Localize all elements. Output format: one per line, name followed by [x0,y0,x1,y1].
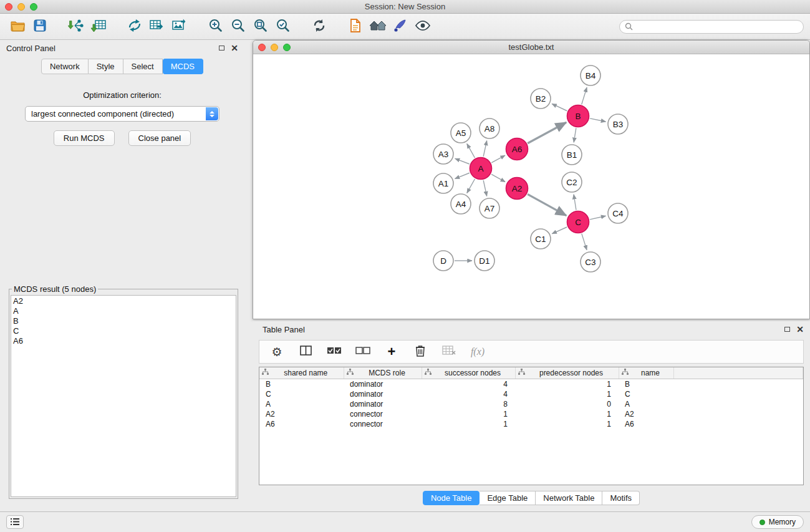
mcds-result-item[interactable]: A [13,306,234,316]
tab-mcds[interactable]: MCDS [163,59,203,74]
home-button[interactable] [367,17,389,37]
graph-node-A8[interactable]: A8 [480,118,499,138]
table-cell[interactable]: A2 [619,409,673,419]
graph-edge-A6-B[interactable] [528,122,566,143]
graph-node-A3[interactable]: A3 [433,144,453,164]
zoom-selected-button[interactable] [272,17,294,37]
export-image-button[interactable] [168,17,191,37]
table-cell[interactable]: C [259,389,344,399]
network-canvas[interactable]: B4B2BB3B1A5A8A6A3AA1A2C2A4A7CC4C1C3DD1 [253,54,809,319]
export-table-button[interactable] [146,17,168,37]
network-close-icon[interactable] [258,44,266,51]
table-cell[interactable]: 8 [422,399,515,409]
graph-edge-A-A2[interactable] [491,174,505,181]
criterion-select[interactable]: largest connected component (directed) [25,106,219,122]
network-minimize-icon[interactable] [271,44,278,51]
node-table-container[interactable]: shared nameMCDS rolesuccessor nodesprede… [259,367,804,485]
table-row[interactable]: Bdominator41B [259,379,803,390]
zoom-out-button[interactable] [227,17,249,37]
open-document-button[interactable] [344,17,367,37]
graph-node-C2[interactable]: C2 [562,172,582,192]
mcds-result-list[interactable]: A2ABCA6 [11,295,236,497]
delete-column-button[interactable] [413,343,428,360]
apply-layout-button[interactable] [308,17,330,37]
graph-node-A1[interactable]: A1 [433,173,453,193]
search-field[interactable] [619,20,804,34]
column-header-name[interactable]: name [619,367,673,379]
new-network-button[interactable] [123,17,146,37]
graph-node-C3[interactable]: C3 [581,252,600,272]
table-cell[interactable]: A6 [619,419,673,429]
add-column-button[interactable]: + [384,343,399,360]
network-graph[interactable]: B4B2BB3B1A5A8A6A3AA1A2C2A4A7CC4C1C3DD1 [253,54,809,319]
mcds-result-item[interactable]: A2 [13,296,234,306]
table-cell[interactable]: A [259,399,344,409]
graph-edge-C-C1[interactable] [552,227,567,234]
table-row[interactable]: Adominator80A [259,399,803,409]
graph-edge-A-A7[interactable] [483,180,487,196]
mcds-result-item[interactable]: B [13,316,234,326]
close-panel-icon[interactable]: ✕ [231,44,238,52]
import-table-button[interactable] [87,17,110,37]
show-hide-button[interactable] [412,17,434,37]
graph-node-B3[interactable]: B3 [608,114,628,134]
select-all-button[interactable] [327,343,342,360]
table-cell[interactable]: connector [344,419,422,429]
table-cell[interactable]: C [619,389,673,399]
column-header-successor-nodes[interactable]: successor nodes [422,367,515,379]
tab-network-table[interactable]: Network Table [536,491,602,505]
function-builder-button[interactable]: f(x) [470,343,485,360]
table-settings-button[interactable]: ⚙ [269,343,284,360]
delete-table-button[interactable] [441,343,456,360]
graph-edge-C-C3[interactable] [582,234,587,250]
import-network-button[interactable] [65,17,87,37]
column-header-predecessor-nodes[interactable]: predecessor nodes [515,367,619,379]
table-cell[interactable]: A2 [259,409,344,419]
float-panel-icon[interactable] [219,46,224,51]
mcds-result-item[interactable]: C [13,326,234,336]
table-cell[interactable]: B [259,379,344,390]
table-cell[interactable]: 1 [515,389,619,399]
close-window-icon[interactable] [5,3,12,11]
tab-node-table[interactable]: Node Table [423,491,480,505]
table-close-icon[interactable]: ✕ [796,325,804,334]
graph-edge-B-B4[interactable] [582,87,587,104]
graph-edge-B-B2[interactable] [552,104,567,110]
minimize-window-icon[interactable] [17,3,25,11]
memory-button[interactable]: Memory [751,515,804,529]
open-session-button[interactable] [6,17,29,37]
graph-node-B[interactable]: B [567,105,589,127]
graph-node-D1[interactable]: D1 [475,251,494,271]
table-cell[interactable]: 1 [422,419,515,429]
graph-node-B2[interactable]: B2 [531,89,551,109]
graph-edge-A-A4[interactable] [467,179,475,193]
graph-edge-A-A6[interactable] [491,155,505,163]
table-cell[interactable]: A6 [259,419,344,429]
deselect-all-button[interactable] [355,343,370,360]
show-columns-button[interactable] [298,343,313,360]
graph-node-C1[interactable]: C1 [531,229,551,249]
table-cell[interactable]: dominator [344,399,422,409]
table-float-icon[interactable] [784,327,790,332]
graph-node-D[interactable]: D [433,251,453,271]
table-cell[interactable]: 1 [422,409,515,419]
graph-node-A4[interactable]: A4 [451,194,471,214]
graph-edge-A-A5[interactable] [467,143,475,158]
table-cell[interactable]: 1 [515,409,619,419]
column-header-MCDS-role[interactable]: MCDS role [344,367,422,379]
column-header-shared-name[interactable]: shared name [259,367,344,379]
search-input[interactable] [636,22,798,32]
run-mcds-button[interactable]: Run MCDS [54,130,115,146]
table-cell[interactable]: 1 [515,419,619,429]
graph-node-C[interactable]: C [567,211,589,233]
tab-select[interactable]: Select [123,59,163,74]
graph-node-B1[interactable]: B1 [562,145,582,165]
tab-network[interactable]: Network [41,59,89,74]
maximize-window-icon[interactable] [30,3,37,11]
mcds-result-item[interactable]: A6 [13,336,234,346]
graph-node-A5[interactable]: A5 [451,123,471,143]
save-session-button[interactable] [29,17,51,37]
table-row[interactable]: A6connector11A6 [259,419,803,429]
task-history-button[interactable] [6,515,24,529]
graph-edge-A-A8[interactable] [483,141,487,157]
